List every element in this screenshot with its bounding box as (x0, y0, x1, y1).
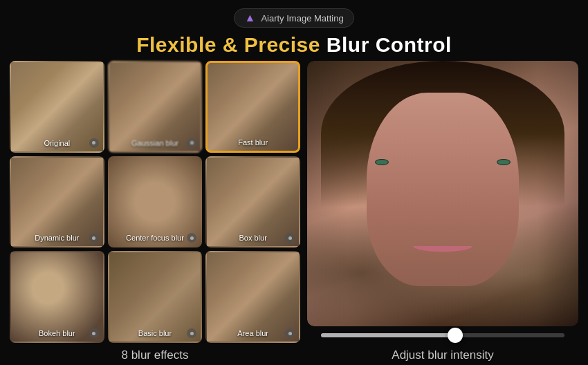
grid-item-bokeh[interactable]: Bokeh blur (10, 251, 104, 343)
preview-portrait (307, 61, 578, 326)
right-panel: Adjust blur intensity (307, 61, 578, 365)
grid-item-basic[interactable]: Basic blur (108, 251, 203, 343)
main-title: Flexible & Precise Blur Control (136, 33, 452, 57)
left-panel: OriginalGaussian blurFast blurDynamic bl… (10, 61, 300, 365)
header: ▲ Aiarty Image Matting Flexible & Precis… (0, 0, 588, 61)
grid-item-gaussian[interactable]: Gaussian blur (108, 61, 203, 153)
grid-item-dot-bokeh (89, 328, 99, 338)
eyes-row (375, 159, 511, 165)
face-overlay (367, 93, 519, 286)
grid-item-dot-area (285, 328, 295, 338)
slider-track[interactable] (321, 333, 564, 337)
title-rest: Blur Control (320, 33, 452, 56)
grid-item-dot-gaussian (187, 138, 196, 148)
grid-item-dynamic[interactable]: Dynamic blur (10, 156, 104, 248)
preview-container (307, 61, 578, 326)
app-badge-text: Aiarty Image Matting (261, 13, 343, 24)
grid-item-center_focus[interactable]: Center focus blur (108, 156, 203, 248)
slider-fill (321, 333, 455, 337)
content-area: OriginalGaussian blurFast blurDynamic bl… (0, 61, 588, 365)
slider-area (307, 326, 578, 346)
blur-grid: OriginalGaussian blurFast blurDynamic bl… (10, 61, 300, 343)
grid-item-dot-dynamic (89, 233, 99, 243)
grid-item-original[interactable]: Original (10, 61, 104, 153)
grid-item-label-fast: Fast blur (208, 137, 298, 148)
title-highlight: Flexible & Precise (136, 33, 320, 56)
grid-item-box[interactable]: Box blur (205, 156, 300, 248)
logo-icon: ▲ (244, 12, 257, 24)
grid-bottom-label: 8 blur effects (10, 343, 300, 365)
eye-right (497, 159, 511, 165)
preview-bottom-label: Adjust blur intensity (307, 346, 578, 365)
grid-item-dot-original (89, 138, 99, 148)
slider-thumb[interactable] (448, 328, 463, 343)
grid-item-area[interactable]: Area blur (205, 251, 300, 343)
grid-item-fast[interactable]: Fast blur (205, 61, 300, 153)
app-badge: ▲ Aiarty Image Matting (234, 8, 353, 28)
eye-left (375, 159, 389, 165)
